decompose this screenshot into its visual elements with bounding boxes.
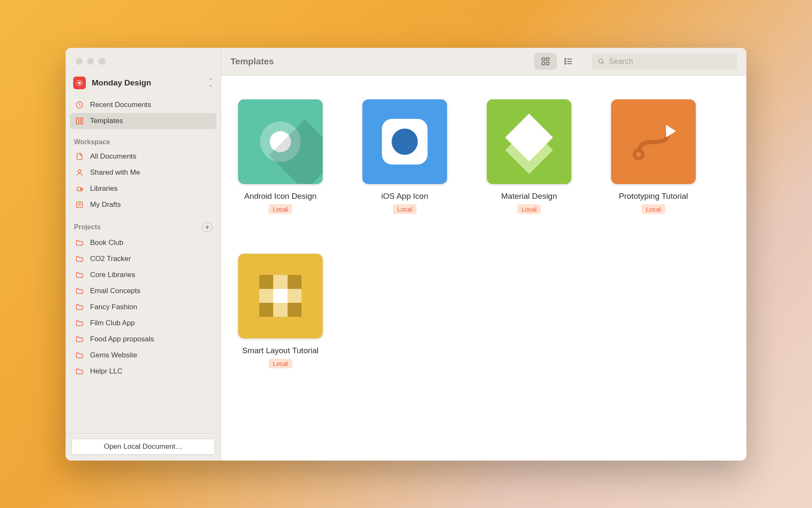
svg-point-5 xyxy=(80,188,82,190)
clock-icon xyxy=(75,100,84,110)
sidebar-item-shared-with-me[interactable]: Shared with Me xyxy=(70,165,217,181)
svg-rect-12 xyxy=(546,62,549,65)
sidebar-item-label: Gems Website xyxy=(90,351,137,360)
template-card-material-design[interactable]: Material Design Local xyxy=(487,99,571,214)
svg-rect-6 xyxy=(77,202,82,207)
svg-rect-1 xyxy=(77,118,79,124)
window-controls xyxy=(66,48,221,65)
template-card-android-icon-design[interactable]: Android Icon Design Local xyxy=(238,99,323,214)
workspace-switcher[interactable]: Monday Design ⌃⌄ xyxy=(66,65,221,93)
person-icon xyxy=(75,168,84,177)
svg-point-17 xyxy=(565,63,566,64)
search-input[interactable] xyxy=(609,57,731,66)
sidebar-item-co2-tracker[interactable]: CO2 Tracker xyxy=(70,251,217,267)
app-window: Monday Design ⌃⌄ Recent Documents Templa… xyxy=(66,48,746,461)
section-title: Workspace xyxy=(74,138,110,146)
sidebar-item-food-app-proposals[interactable]: Food App proposals xyxy=(70,331,217,347)
doc-icon xyxy=(75,152,84,161)
section-header: Workspace xyxy=(70,132,217,148)
view-toggle xyxy=(534,53,580,70)
folder-icon xyxy=(75,270,84,280)
search-icon xyxy=(598,58,604,65)
chevron-up-down-icon: ⌃⌄ xyxy=(208,79,213,86)
folder-icon xyxy=(75,286,84,296)
section-title: Projects xyxy=(74,223,101,231)
sidebar-item-email-concepts[interactable]: Email Concepts xyxy=(70,283,217,299)
minimize-window-button[interactable] xyxy=(87,58,94,65)
sidebar-item-label: Helpr LLC xyxy=(90,367,123,376)
sidebar-item-label: Recent Documents xyxy=(90,101,151,109)
sidebar-item-core-libraries[interactable]: Core Libraries xyxy=(70,267,217,283)
zoom-window-button[interactable] xyxy=(99,58,105,65)
grid-view-button[interactable] xyxy=(534,53,557,70)
sidebar-item-all-documents[interactable]: All Documents xyxy=(70,148,217,165)
close-window-button[interactable] xyxy=(76,58,82,65)
sidebar-item-label: Libraries xyxy=(90,184,118,193)
sidebar-item-book-club[interactable]: Book Club xyxy=(70,235,217,251)
svg-point-4 xyxy=(78,170,81,173)
section-projects: Projects+ Book Club CO2 Tracker Core Lib… xyxy=(66,213,221,379)
template-title: Prototyping Tutorial xyxy=(619,192,688,201)
section-header: Projects+ xyxy=(70,216,217,235)
sidebar-item-my-drafts[interactable]: My Drafts xyxy=(70,197,217,213)
list-view-button[interactable] xyxy=(557,53,580,70)
template-badge: Local xyxy=(269,204,292,214)
folder-icon xyxy=(75,254,84,264)
svg-rect-11 xyxy=(542,62,545,65)
workspace-name: Monday Design xyxy=(92,78,208,88)
sidebar-scroll: Recent Documents Templates Workspace All… xyxy=(66,93,221,433)
folder-icon xyxy=(75,319,84,328)
sidebar-item-label: CO2 Tracker xyxy=(90,255,131,263)
svg-marker-23 xyxy=(666,125,676,137)
sidebar-item-fancy-fashion[interactable]: Fancy Fashion xyxy=(70,299,217,315)
search-field[interactable] xyxy=(592,53,737,70)
sidebar-item-libraries[interactable]: Libraries xyxy=(70,181,217,197)
folder-icon xyxy=(75,302,84,312)
sidebar-item-label: Book Club xyxy=(90,239,123,247)
template-title: Android Icon Design xyxy=(244,192,316,201)
folder-icon xyxy=(75,351,84,360)
folder-icon xyxy=(75,238,84,247)
sidebar-item-label: Shared with Me xyxy=(90,168,140,177)
svg-rect-2 xyxy=(80,118,83,120)
add-project-button[interactable]: + xyxy=(202,222,212,232)
cloud-icon xyxy=(75,184,84,193)
svg-line-20 xyxy=(602,63,604,64)
content-area: Android Icon Design Local iOS App Icon L… xyxy=(221,76,746,461)
page-title: Templates xyxy=(230,56,534,66)
svg-rect-9 xyxy=(542,58,545,60)
folder-icon xyxy=(75,367,84,376)
sidebar-item-label: Templates xyxy=(90,117,123,125)
sidebar: Monday Design ⌃⌄ Recent Documents Templa… xyxy=(66,48,221,461)
sidebar-item-label: Film Club App xyxy=(90,319,135,327)
svg-rect-3 xyxy=(80,121,83,124)
sidebar-item-helpr-llc[interactable]: Helpr LLC xyxy=(70,363,217,379)
template-title: iOS App Icon xyxy=(381,192,428,201)
template-title: Material Design xyxy=(501,192,557,201)
sidebar-item-label: Email Concepts xyxy=(90,287,140,295)
workspace-icon xyxy=(73,77,86,89)
svg-point-13 xyxy=(565,58,566,60)
list-icon xyxy=(564,57,573,66)
sidebar-item-label: All Documents xyxy=(90,152,137,161)
template-card-smart-layout-tutorial[interactable]: Smart Layout Tutorial Local xyxy=(238,254,323,368)
sidebar-item-film-club-app[interactable]: Film Club App xyxy=(70,315,217,331)
sidebar-item-label: Core Libraries xyxy=(90,271,135,279)
section-workspace: Workspace All Documents Shared with Me L… xyxy=(66,129,221,213)
sidebar-item-gems-website[interactable]: Gems Website xyxy=(70,347,217,363)
svg-point-15 xyxy=(565,61,566,62)
template-card-ios-app-icon[interactable]: iOS App Icon Local xyxy=(362,99,447,214)
template-card-prototyping-tutorial[interactable]: Prototyping Tutorial Local xyxy=(611,99,696,214)
sidebar-item-recent-documents[interactable]: Recent Documents xyxy=(70,97,217,113)
grid-icon xyxy=(541,57,550,66)
folder-icon xyxy=(75,335,84,344)
template-badge: Local xyxy=(393,204,417,214)
toolbar: Templates xyxy=(221,48,746,76)
sidebar-item-templates[interactable]: Templates xyxy=(70,113,217,129)
templates-icon xyxy=(75,116,84,126)
open-local-document-button[interactable]: Open Local Document… xyxy=(71,439,215,455)
nav-top: Recent Documents Templates xyxy=(66,93,221,129)
template-grid: Android Icon Design Local iOS App Icon L… xyxy=(238,99,730,368)
draft-icon xyxy=(75,200,84,209)
svg-point-19 xyxy=(599,59,603,63)
